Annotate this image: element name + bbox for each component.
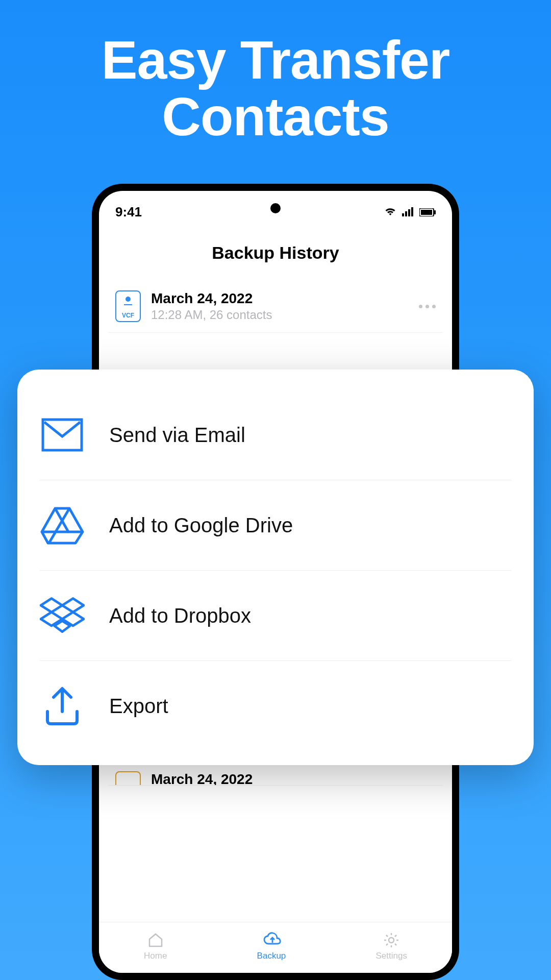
tab-backup[interactable]: Backup [257,932,286,961]
svg-point-7 [389,938,394,943]
svg-rect-3 [411,207,413,216]
svg-rect-0 [402,213,404,216]
vcf-file-icon: VCF [115,290,141,322]
backup-item-sub: 12:28 AM, 26 contacts [151,308,409,322]
svg-rect-2 [408,209,410,216]
headline-line-1: Easy Transfer [0,32,551,88]
marketing-headline: Easy Transfer Contacts [0,0,551,145]
status-right [384,204,436,220]
backup-item[interactable]: VCF March 24, 2022 12:28 AM, 26 contacts [108,280,443,333]
backup-item-text: March 24, 2022 12:28 AM, 26 contacts [151,290,409,322]
backup-item-date: March 24, 2022 [151,290,409,307]
google-drive-icon [40,503,85,548]
share-action-sheet: Send via Email Add to Google Drive Add t… [17,370,534,765]
page-title: Backup History [99,222,452,280]
tab-home[interactable]: Home [144,932,167,961]
backup-item-date: March 24, 2022 [151,771,436,786]
wifi-icon [384,204,397,220]
camera-dot [270,203,281,213]
svg-rect-1 [405,211,407,216]
battery-icon [419,204,436,220]
gear-icon [383,932,400,949]
add-google-drive-button[interactable]: Add to Google Drive [40,480,511,571]
export-icon [40,683,85,728]
add-dropbox-button[interactable]: Add to Dropbox [40,571,511,661]
sheet-item-label: Export [109,695,168,718]
svg-rect-6 [434,210,436,214]
tab-bar: Home Backup Settings [99,922,452,973]
cloud-backup-icon [263,932,280,949]
more-icon[interactable] [419,305,436,308]
sheet-item-label: Send via Email [109,424,245,447]
svg-rect-5 [421,210,432,215]
cellular-icon [402,204,414,220]
headline-line-2: Contacts [0,88,551,145]
sheet-item-label: Add to Dropbox [109,604,251,627]
file-icon [115,771,141,786]
home-icon [147,932,164,949]
mail-icon [40,412,85,457]
send-email-button[interactable]: Send via Email [40,390,511,480]
backup-item[interactable]: March 24, 2022 [108,763,443,786]
tab-settings[interactable]: Settings [375,932,407,961]
status-time: 9:41 [115,204,142,220]
backup-item-text: March 24, 2022 [151,771,436,786]
export-button[interactable]: Export [40,661,511,751]
dropbox-icon [40,593,85,638]
sheet-item-label: Add to Google Drive [109,514,293,537]
